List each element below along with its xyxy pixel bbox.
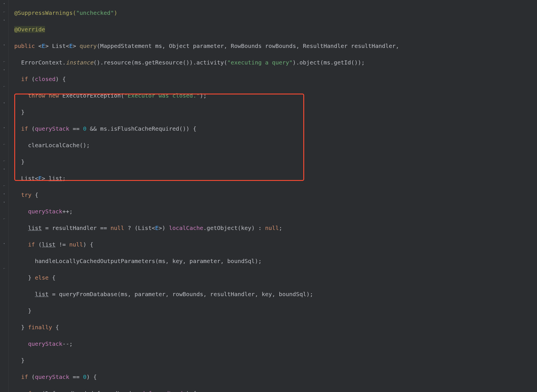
code-line[interactable]: } (14, 356, 537, 365)
code-line[interactable]: List<E> list; (14, 174, 537, 183)
code-line[interactable]: throw new ExecutorException("Executor wa… (14, 92, 537, 100)
fold-marker-icon[interactable]: ▸ (2, 101, 6, 105)
fold-end-icon: ⌐ (2, 217, 6, 221)
code-line[interactable]: queryStack--; (14, 340, 537, 348)
code-line[interactable]: list = resultHandler == null ? (List<E>)… (14, 224, 537, 232)
code-line[interactable]: } (14, 307, 537, 315)
code-line[interactable]: for (DeferredLoad deferredLoad : deferre… (14, 389, 537, 392)
fold-marker-icon[interactable]: ▸ (2, 43, 6, 47)
code-line[interactable]: } else { (14, 274, 537, 282)
code-line[interactable]: list = queryFromDatabase(ms, parameter, … (14, 290, 537, 298)
fold-end-icon: ⌐ (2, 10, 6, 14)
code-line[interactable]: if (queryStack == 0) { (14, 373, 537, 381)
fold-marker-icon[interactable]: ▸ (2, 192, 6, 196)
fold-end-icon: ⌐ (2, 142, 6, 146)
code-line[interactable]: public <E> List<E> query(MappedStatement… (14, 42, 537, 50)
fold-end-icon: ⌐ (2, 159, 6, 163)
fold-marker-icon[interactable]: ▸ (2, 167, 6, 171)
code-line[interactable]: } (14, 158, 537, 166)
fold-marker-icon[interactable]: ▸ (2, 126, 6, 130)
code-line[interactable]: clearLocalCache(); (14, 141, 537, 149)
editor-gutter: ▸ ⌐ ▸ ▸ ⌐ ▸ ⌐ ▸ ▸ ⌐ ⌐ ▸ ⌐ ▸ ▸ ⌐ ▸ ⌐ (0, 0, 9, 392)
code-editor[interactable]: @SuppressWarnings("unchecked") @Override… (9, 1, 537, 392)
fold-end-icon: ⌐ (2, 60, 6, 64)
code-line[interactable]: if (queryStack == 0 && ms.isFlushCacheRe… (14, 125, 537, 133)
fold-end-icon: ⌐ (2, 266, 6, 270)
code-line[interactable]: } finally { (14, 323, 537, 332)
code-line[interactable]: queryStack++; (14, 207, 537, 216)
code-line[interactable]: ErrorContext.instance().resource(ms.getR… (14, 58, 537, 67)
code-line[interactable]: @Override (14, 25, 537, 34)
code-line[interactable]: handleLocallyCachedOutputParameters(ms, … (14, 257, 537, 265)
fold-marker-icon[interactable]: ▸ (2, 2, 6, 6)
fold-end-icon: ⌐ (2, 84, 6, 88)
code-line[interactable]: if (closed) { (14, 75, 537, 83)
code-line[interactable]: try { (14, 191, 537, 199)
fold-marker-icon[interactable]: ▸ (2, 200, 6, 204)
code-line[interactable]: if (list != null) { (14, 241, 537, 249)
fold-marker-icon[interactable]: ▸ (2, 18, 6, 22)
fold-marker-icon[interactable]: ▸ (2, 242, 6, 246)
code-line[interactable]: @SuppressWarnings("unchecked") (14, 9, 537, 17)
fold-marker-icon[interactable]: ▸ (2, 68, 6, 72)
code-line[interactable]: } (14, 108, 537, 116)
fold-end-icon: ⌐ (2, 184, 6, 188)
